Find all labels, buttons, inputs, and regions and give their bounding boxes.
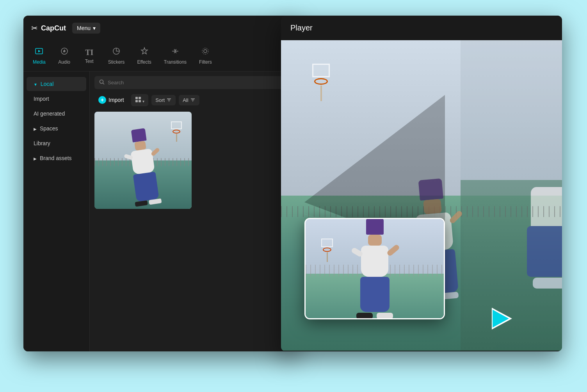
zoom-hoop [321, 239, 333, 262]
sidebar-item-local[interactable]: ▼ Local [27, 77, 86, 91]
spaces-arrow-icon: ▶ [34, 127, 37, 131]
media-grid [94, 112, 292, 209]
brand-assets-arrow-icon: ▶ [34, 157, 37, 161]
stickers-icon [112, 47, 121, 58]
menu-button[interactable]: Menu ▾ [72, 23, 100, 34]
local-arrow-icon: ▼ [34, 82, 37, 87]
media-toolbar-row: + Import ▾ Sort [94, 94, 292, 106]
zoom-skater-left-arm [351, 247, 364, 257]
search-bar [94, 76, 292, 89]
sidebar-item-library-label: Library [34, 140, 50, 146]
partial-right-view [461, 40, 562, 351]
play-cursor-icon [492, 308, 513, 329]
zoom-preview-inner [306, 219, 444, 318]
media-label: Media [33, 59, 46, 65]
player-header: Player [281, 16, 562, 40]
filter-all-button[interactable]: All [179, 95, 199, 105]
toolbar-text[interactable]: TI Text [78, 45, 101, 67]
sidebar-item-import[interactable]: Import [27, 92, 86, 106]
sidebar-item-import-label: Import [34, 96, 49, 102]
sort-button[interactable]: Sort [151, 95, 176, 105]
toolbar-filters[interactable]: Filters [194, 44, 217, 68]
zoom-skater-hat [366, 218, 384, 235]
transitions-label: Transitions [164, 59, 187, 65]
toolbar: Media Audio TI Text [23, 41, 297, 71]
app-name: CapCut [41, 24, 66, 32]
svg-point-6 [202, 48, 208, 54]
media-thumb-1[interactable] [94, 112, 192, 209]
player-hoop-left [312, 64, 330, 101]
player-title: Player [290, 23, 313, 32]
editor-header: ✂ CapCut Menu ▾ [23, 16, 297, 41]
toolbar-effects[interactable]: Effects [132, 44, 157, 68]
sidebar-item-local-label: Local [41, 81, 53, 87]
effects-label: Effects [137, 59, 151, 65]
content-area: ▼ Local Import AI generated ▶ Spaces Lib… [23, 71, 297, 351]
sidebar-item-ai-label: AI generated [34, 110, 65, 117]
import-button[interactable]: + Import [94, 94, 128, 106]
zoom-skater-pants [360, 277, 390, 312]
menu-chevron-icon: ▾ [93, 25, 96, 31]
sidebar-item-brand-assets-label: Brand assets [40, 155, 72, 161]
menu-label: Menu [77, 25, 91, 31]
media-panel: + Import ▾ Sort [90, 71, 297, 351]
svg-rect-10 [139, 97, 141, 99]
filters-icon [201, 47, 210, 58]
zoom-skater-torso [361, 246, 388, 277]
text-icon: TI [85, 48, 93, 57]
audio-icon [60, 47, 69, 58]
filters-label: Filters [199, 59, 212, 65]
logo-area: ✂ CapCut [31, 23, 66, 33]
zoom-skater-feet [351, 312, 398, 319]
transitions-icon [171, 47, 180, 58]
svg-rect-12 [139, 100, 141, 102]
sort-label: Sort [155, 97, 165, 103]
player-content [281, 40, 562, 351]
svg-point-5 [204, 50, 207, 53]
svg-rect-11 [135, 100, 138, 102]
svg-line-8 [103, 83, 105, 85]
sidebar-item-spaces[interactable]: ▶ Spaces [27, 121, 86, 135]
import-plus-icon: + [98, 96, 106, 104]
audio-label: Audio [58, 59, 70, 65]
zoom-skater-head [368, 235, 382, 246]
skater-thumbnail [94, 112, 192, 209]
zoom-skater [351, 218, 398, 289]
view-toggle-button[interactable]: ▾ [131, 94, 149, 106]
player-window: Player [281, 16, 562, 351]
zoom-shoe-right [377, 313, 393, 319]
svg-marker-1 [38, 50, 41, 52]
editor-window: ✂ CapCut Menu ▾ Media [23, 16, 297, 351]
search-input[interactable] [108, 80, 287, 86]
sidebar-item-ai-generated[interactable]: AI generated [27, 107, 86, 121]
svg-rect-9 [135, 97, 138, 99]
media-icon [35, 47, 43, 58]
toolbar-transitions[interactable]: Transitions [158, 44, 192, 68]
capcut-logo-icon: ✂ [31, 23, 38, 33]
toolbar-stickers[interactable]: Stickers [103, 44, 130, 68]
search-icon [99, 79, 105, 86]
filter-label: All [183, 97, 188, 103]
sidebar-item-spaces-label: Spaces [40, 125, 58, 132]
chevron-down-icon: ▾ [142, 99, 144, 103]
effects-icon [140, 47, 149, 58]
sidebar-item-brand-assets[interactable]: ▶ Brand assets [27, 151, 86, 165]
svg-point-7 [100, 80, 103, 84]
toolbar-audio[interactable]: Audio [53, 44, 76, 68]
text-label: Text [85, 59, 94, 64]
zoom-shoe-left [356, 313, 373, 319]
main-container: ✂ CapCut Menu ▾ Media [23, 16, 562, 367]
sidebar: ▼ Local Import AI generated ▶ Spaces Lib… [23, 71, 90, 351]
play-cursor-container [492, 308, 513, 329]
stickers-label: Stickers [108, 59, 125, 65]
toolbar-media[interactable]: Media [27, 44, 51, 68]
sidebar-item-library[interactable]: Library [27, 136, 86, 150]
zoom-preview-card [304, 218, 445, 319]
import-label: Import [109, 97, 124, 103]
